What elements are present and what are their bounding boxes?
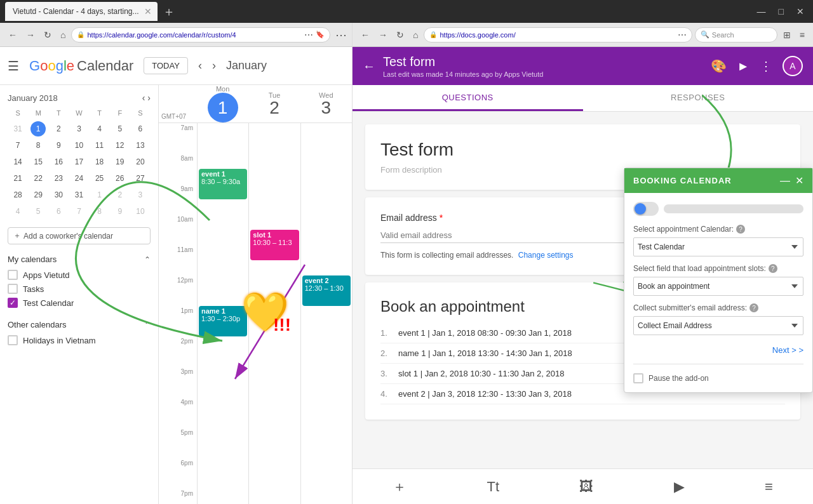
more-right[interactable]: ⋯ bbox=[678, 30, 687, 40]
cal-event-tue-1[interactable]: slot 1 10:30 – 11:3 bbox=[250, 230, 299, 260]
other-calendars-header[interactable]: Other calendars ⌃ bbox=[8, 320, 151, 329]
more-options-btn[interactable]: ⋮ bbox=[760, 58, 772, 74]
help-icon-field[interactable]: ? bbox=[769, 264, 777, 273]
back-btn-left[interactable]: ← bbox=[5, 29, 20, 41]
calendar-select[interactable]: Test Calendar bbox=[633, 237, 803, 256]
address-bar-right[interactable]: 🔒 https://docs.google.com/ ⋯ bbox=[424, 27, 692, 43]
video-tool-btn[interactable]: ▶ bbox=[664, 474, 695, 500]
mini-date-6[interactable]: 6 bbox=[133, 121, 148, 136]
palette-icon[interactable]: 🎨 bbox=[711, 58, 727, 74]
collapse-other-cals[interactable]: ⌃ bbox=[144, 321, 151, 329]
mini-date-4[interactable]: 4 bbox=[92, 121, 107, 136]
sidebar-toggle-right[interactable]: ≡ bbox=[796, 29, 808, 41]
help-icon-email[interactable]: ? bbox=[749, 303, 758, 312]
image-tool-btn[interactable]: 🖼 bbox=[569, 474, 603, 500]
back-btn-right[interactable]: ← bbox=[358, 29, 373, 41]
send-icon[interactable]: ► bbox=[737, 59, 749, 74]
cal-checkbox-holidays[interactable] bbox=[8, 335, 18, 345]
field-select[interactable]: Book an appointment bbox=[633, 277, 803, 296]
cal-item-test[interactable]: ✓ Test Calendar bbox=[8, 296, 151, 310]
mini-date-8[interactable]: 8 bbox=[30, 138, 46, 153]
mini-date-15[interactable]: 15 bbox=[30, 154, 46, 169]
left-tab[interactable]: Vietutd - Calendar - 4 days, starting...… bbox=[5, 2, 158, 21]
cal-checkbox-tasks[interactable] bbox=[8, 284, 18, 294]
collapse-my-cals[interactable]: ⌃ bbox=[144, 255, 151, 264]
next-period-btn[interactable]: › bbox=[212, 59, 216, 72]
mini-date-6[interactable]: 6 bbox=[51, 204, 66, 219]
cal-checkbox-apps[interactable] bbox=[8, 270, 18, 280]
mini-date-10[interactable]: 10 bbox=[71, 138, 86, 153]
mini-date-29[interactable]: 29 bbox=[30, 187, 46, 202]
text-tool-btn[interactable]: Tt bbox=[476, 474, 509, 500]
email-select[interactable]: Collect Email Address bbox=[633, 316, 803, 335]
mini-date-8[interactable]: 8 bbox=[92, 204, 107, 219]
add-question-btn[interactable]: ＋ bbox=[382, 472, 417, 501]
new-tab-btn[interactable]: ＋ bbox=[163, 3, 175, 20]
change-settings-link[interactable]: Change settings bbox=[518, 251, 574, 260]
help-icon-calendar[interactable]: ? bbox=[736, 225, 745, 234]
forward-btn-left[interactable]: → bbox=[23, 29, 38, 41]
search-box[interactable]: 🔍 Search bbox=[695, 27, 777, 43]
mini-prev-btn[interactable]: ‹ bbox=[142, 93, 145, 103]
reload-btn-left[interactable]: ↻ bbox=[41, 29, 55, 41]
forms-back-btn[interactable]: ← bbox=[363, 59, 375, 74]
mini-date-28[interactable]: 28 bbox=[10, 187, 25, 202]
panel-minimize-btn[interactable]: — bbox=[780, 175, 790, 187]
extensions-icon-right[interactable]: ⊞ bbox=[780, 29, 794, 41]
mini-date-18[interactable]: 18 bbox=[92, 154, 107, 169]
tab-responses[interactable]: RESPONSES bbox=[583, 85, 814, 111]
reload-btn-right[interactable]: ↻ bbox=[393, 29, 407, 41]
extensions-btn[interactable]: ⋯ bbox=[335, 28, 347, 42]
mini-date-2[interactable]: 2 bbox=[51, 121, 66, 136]
win-maximize[interactable]: □ bbox=[775, 6, 788, 17]
today-btn[interactable]: TODAY bbox=[144, 57, 188, 74]
add-coworker-btn[interactable]: ＋ Add a coworker's calendar bbox=[8, 227, 151, 244]
mini-date-3[interactable]: 3 bbox=[71, 121, 86, 136]
prev-period-btn[interactable]: ‹ bbox=[198, 59, 202, 72]
mini-date-1[interactable]: 1 bbox=[92, 187, 107, 202]
mini-date-25[interactable]: 25 bbox=[92, 171, 107, 186]
cal-event-wed-1[interactable]: event 2 12:30 – 1:30 bbox=[302, 275, 351, 306]
mini-date-30[interactable]: 30 bbox=[51, 187, 66, 202]
more-btn-left[interactable]: ⋯ bbox=[304, 30, 313, 40]
mini-date-20[interactable]: 20 bbox=[133, 154, 148, 169]
cal-item-tasks[interactable]: Tasks bbox=[8, 282, 151, 296]
my-calendars-header[interactable]: My calendars ⌃ bbox=[8, 255, 151, 264]
home-btn-right[interactable]: ⌂ bbox=[410, 29, 421, 41]
mini-date-7[interactable]: 7 bbox=[71, 204, 86, 219]
cal-item-apps[interactable]: Apps Vietutd bbox=[8, 268, 151, 282]
mini-next-btn[interactable]: › bbox=[147, 93, 151, 103]
pause-checkbox[interactable] bbox=[633, 373, 643, 383]
bookmark-icon[interactable]: 🔖 bbox=[316, 30, 325, 39]
tab-close-left[interactable]: ✕ bbox=[144, 6, 152, 17]
mini-date-7[interactable]: 7 bbox=[10, 138, 25, 153]
cal-event-mon-2[interactable]: name 1 1:30 – 2:30p bbox=[199, 306, 247, 336]
mini-date-5[interactable]: 5 bbox=[30, 204, 46, 219]
cal-item-holidays[interactable]: Holidays in Vietnam bbox=[8, 333, 151, 347]
mini-date-21[interactable]: 21 bbox=[10, 171, 25, 186]
mini-date-17[interactable]: 17 bbox=[71, 154, 86, 169]
mini-date-3[interactable]: 3 bbox=[133, 187, 148, 202]
hamburger-menu[interactable]: ☰ bbox=[8, 58, 19, 74]
mini-date-31[interactable]: 31 bbox=[10, 121, 25, 136]
mini-date-27[interactable]: 27 bbox=[133, 171, 148, 186]
mini-date-10[interactable]: 10 bbox=[133, 204, 148, 219]
user-avatar[interactable]: A bbox=[783, 56, 803, 76]
toggle-switch[interactable] bbox=[633, 202, 659, 216]
cal-event-mon-1[interactable]: event 1 8:30 – 9:30a bbox=[199, 169, 247, 199]
mini-date-4[interactable]: 4 bbox=[10, 204, 25, 219]
mini-date-12[interactable]: 12 bbox=[112, 138, 128, 153]
next-link[interactable]: Next > > bbox=[633, 345, 803, 355]
mini-date-2[interactable]: 2 bbox=[112, 187, 128, 202]
mini-date-5[interactable]: 5 bbox=[112, 121, 128, 136]
mini-date-23[interactable]: 23 bbox=[51, 171, 66, 186]
tab-questions[interactable]: QUESTIONS bbox=[353, 85, 583, 111]
win-minimize[interactable]: — bbox=[753, 6, 770, 17]
mini-date-31[interactable]: 31 bbox=[71, 187, 86, 202]
mini-date-11[interactable]: 11 bbox=[92, 138, 107, 153]
mini-date-22[interactable]: 22 bbox=[30, 171, 46, 186]
mini-date-14[interactable]: 14 bbox=[10, 154, 25, 169]
forward-btn-right[interactable]: → bbox=[375, 29, 391, 41]
mini-date-24[interactable]: 24 bbox=[71, 171, 86, 186]
win-close[interactable]: ✕ bbox=[793, 6, 808, 17]
